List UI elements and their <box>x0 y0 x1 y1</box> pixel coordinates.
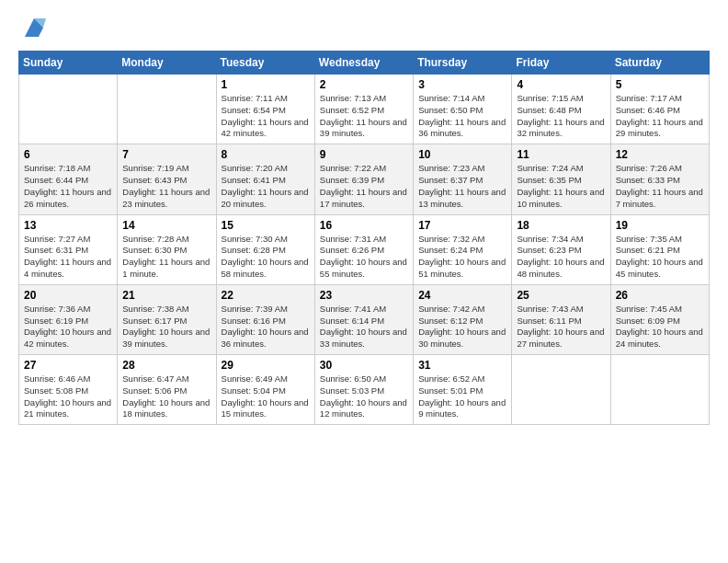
calendar-cell: 26Sunrise: 7:45 AMSunset: 6:09 PMDayligh… <box>610 284 709 354</box>
day-detail: Sunrise: 7:22 AMSunset: 6:39 PMDaylight:… <box>320 163 408 210</box>
day-detail: Sunrise: 7:13 AMSunset: 6:52 PMDaylight:… <box>320 93 408 140</box>
day-detail: Sunrise: 7:14 AMSunset: 6:50 PMDaylight:… <box>418 93 506 140</box>
day-number: 14 <box>122 219 210 232</box>
header <box>18 14 710 41</box>
day-number: 18 <box>517 219 605 232</box>
day-detail: Sunrise: 7:38 AMSunset: 6:17 PMDaylight:… <box>122 304 210 350</box>
day-number: 26 <box>616 289 704 302</box>
day-number: 11 <box>517 148 605 161</box>
day-number: 3 <box>418 78 506 91</box>
day-number: 2 <box>320 78 408 91</box>
day-detail: Sunrise: 7:28 AMSunset: 6:30 PMDaylight:… <box>122 234 210 281</box>
day-number: 16 <box>320 219 408 232</box>
day-detail: Sunrise: 7:23 AMSunset: 6:37 PMDaylight:… <box>418 163 506 210</box>
day-number: 19 <box>616 219 704 232</box>
calendar-cell <box>19 75 118 144</box>
day-detail: Sunrise: 6:50 AMSunset: 5:03 PMDaylight:… <box>320 373 408 420</box>
day-detail: Sunrise: 7:24 AMSunset: 6:35 PMDaylight:… <box>517 163 605 210</box>
day-detail: Sunrise: 7:39 AMSunset: 6:16 PMDaylight:… <box>222 304 310 350</box>
day-number: 4 <box>517 78 605 91</box>
day-number: 24 <box>418 289 506 302</box>
weekday-header: Thursday <box>414 52 512 75</box>
day-detail: Sunrise: 7:11 AMSunset: 6:54 PMDaylight:… <box>222 93 310 140</box>
day-detail: Sunrise: 7:30 AMSunset: 6:28 PMDaylight:… <box>222 234 310 281</box>
day-detail: Sunrise: 7:17 AMSunset: 6:46 PMDaylight:… <box>616 93 704 140</box>
day-detail: Sunrise: 7:43 AMSunset: 6:11 PMDaylight:… <box>517 304 605 350</box>
day-number: 8 <box>222 148 310 161</box>
calendar-cell: 18Sunrise: 7:34 AMSunset: 6:23 PMDayligh… <box>512 214 610 284</box>
calendar-cell: 12Sunrise: 7:26 AMSunset: 6:33 PMDayligh… <box>610 144 709 214</box>
calendar-week-row: 6Sunrise: 7:18 AMSunset: 6:44 PMDaylight… <box>19 144 710 214</box>
day-detail: Sunrise: 7:45 AMSunset: 6:09 PMDaylight:… <box>616 304 704 350</box>
calendar-cell: 10Sunrise: 7:23 AMSunset: 6:37 PMDayligh… <box>414 144 512 214</box>
calendar-cell: 14Sunrise: 7:28 AMSunset: 6:30 PMDayligh… <box>118 214 216 284</box>
day-number: 21 <box>122 289 210 302</box>
calendar-cell: 27Sunrise: 6:46 AMSunset: 5:08 PMDayligh… <box>19 355 118 425</box>
day-detail: Sunrise: 6:52 AMSunset: 5:01 PMDaylight:… <box>418 373 506 420</box>
day-number: 10 <box>418 148 506 161</box>
weekday-header-row: SundayMondayTuesdayWednesdayThursdayFrid… <box>19 52 710 75</box>
calendar-cell: 9Sunrise: 7:22 AMSunset: 6:39 PMDaylight… <box>314 144 413 214</box>
weekday-header: Sunday <box>19 52 118 75</box>
calendar-cell <box>512 355 610 425</box>
calendar-cell: 21Sunrise: 7:38 AMSunset: 6:17 PMDayligh… <box>118 284 216 354</box>
page: SundayMondayTuesdayWednesdayThursdayFrid… <box>0 0 728 563</box>
day-detail: Sunrise: 7:19 AMSunset: 6:43 PMDaylight:… <box>122 163 210 210</box>
calendar-week-row: 13Sunrise: 7:27 AMSunset: 6:31 PMDayligh… <box>19 214 710 284</box>
day-number: 20 <box>24 289 112 302</box>
day-detail: Sunrise: 6:47 AMSunset: 5:06 PMDaylight:… <box>122 373 210 420</box>
calendar-cell: 7Sunrise: 7:19 AMSunset: 6:43 PMDaylight… <box>118 144 216 214</box>
day-detail: Sunrise: 7:31 AMSunset: 6:26 PMDaylight:… <box>320 234 408 281</box>
calendar-cell: 31Sunrise: 6:52 AMSunset: 5:01 PMDayligh… <box>414 355 512 425</box>
day-number: 13 <box>24 219 112 232</box>
day-number: 22 <box>222 289 310 302</box>
day-number: 28 <box>122 359 210 372</box>
calendar-cell: 13Sunrise: 7:27 AMSunset: 6:31 PMDayligh… <box>19 214 118 284</box>
logo-text <box>18 14 48 41</box>
calendar-cell: 8Sunrise: 7:20 AMSunset: 6:41 PMDaylight… <box>216 144 314 214</box>
day-detail: Sunrise: 7:32 AMSunset: 6:24 PMDaylight:… <box>418 234 506 281</box>
calendar-cell: 30Sunrise: 6:50 AMSunset: 5:03 PMDayligh… <box>314 355 413 425</box>
calendar-cell: 11Sunrise: 7:24 AMSunset: 6:35 PMDayligh… <box>512 144 610 214</box>
calendar-cell: 16Sunrise: 7:31 AMSunset: 6:26 PMDayligh… <box>314 214 413 284</box>
calendar-table: SundayMondayTuesdayWednesdayThursdayFrid… <box>18 51 710 425</box>
calendar-cell: 29Sunrise: 6:49 AMSunset: 5:04 PMDayligh… <box>216 355 314 425</box>
logo <box>18 14 48 41</box>
day-number: 25 <box>517 289 605 302</box>
weekday-header: Tuesday <box>216 52 314 75</box>
calendar-cell: 3Sunrise: 7:14 AMSunset: 6:50 PMDaylight… <box>414 75 512 144</box>
day-detail: Sunrise: 7:42 AMSunset: 6:12 PMDaylight:… <box>418 304 506 350</box>
day-number: 23 <box>320 289 408 302</box>
day-detail: Sunrise: 7:35 AMSunset: 6:21 PMDaylight:… <box>616 234 704 281</box>
calendar-cell: 20Sunrise: 7:36 AMSunset: 6:19 PMDayligh… <box>19 284 118 354</box>
calendar-cell: 17Sunrise: 7:32 AMSunset: 6:24 PMDayligh… <box>414 214 512 284</box>
day-number: 7 <box>122 148 210 161</box>
calendar-cell: 5Sunrise: 7:17 AMSunset: 6:46 PMDaylight… <box>610 75 709 144</box>
calendar-cell: 4Sunrise: 7:15 AMSunset: 6:48 PMDaylight… <box>512 75 610 144</box>
day-detail: Sunrise: 7:34 AMSunset: 6:23 PMDaylight:… <box>517 234 605 281</box>
calendar-cell: 2Sunrise: 7:13 AMSunset: 6:52 PMDaylight… <box>314 75 413 144</box>
calendar-cell: 19Sunrise: 7:35 AMSunset: 6:21 PMDayligh… <box>610 214 709 284</box>
day-number: 12 <box>616 148 704 161</box>
calendar-cell: 28Sunrise: 6:47 AMSunset: 5:06 PMDayligh… <box>118 355 216 425</box>
calendar-week-row: 20Sunrise: 7:36 AMSunset: 6:19 PMDayligh… <box>19 284 710 354</box>
day-number: 5 <box>616 78 704 91</box>
day-number: 29 <box>222 359 310 372</box>
day-detail: Sunrise: 7:20 AMSunset: 6:41 PMDaylight:… <box>222 163 310 210</box>
calendar-week-row: 1Sunrise: 7:11 AMSunset: 6:54 PMDaylight… <box>19 75 710 144</box>
calendar-cell: 22Sunrise: 7:39 AMSunset: 6:16 PMDayligh… <box>216 284 314 354</box>
calendar-cell: 24Sunrise: 7:42 AMSunset: 6:12 PMDayligh… <box>414 284 512 354</box>
logo-icon <box>20 14 48 41</box>
day-number: 30 <box>320 359 408 372</box>
day-detail: Sunrise: 7:26 AMSunset: 6:33 PMDaylight:… <box>616 163 704 210</box>
day-number: 27 <box>24 359 112 372</box>
day-detail: Sunrise: 7:41 AMSunset: 6:14 PMDaylight:… <box>320 304 408 350</box>
weekday-header: Friday <box>512 52 610 75</box>
weekday-header: Saturday <box>610 52 709 75</box>
day-number: 17 <box>418 219 506 232</box>
day-number: 1 <box>222 78 310 91</box>
day-number: 9 <box>320 148 408 161</box>
calendar-cell: 15Sunrise: 7:30 AMSunset: 6:28 PMDayligh… <box>216 214 314 284</box>
day-detail: Sunrise: 7:27 AMSunset: 6:31 PMDaylight:… <box>24 234 112 281</box>
day-number: 15 <box>222 219 310 232</box>
